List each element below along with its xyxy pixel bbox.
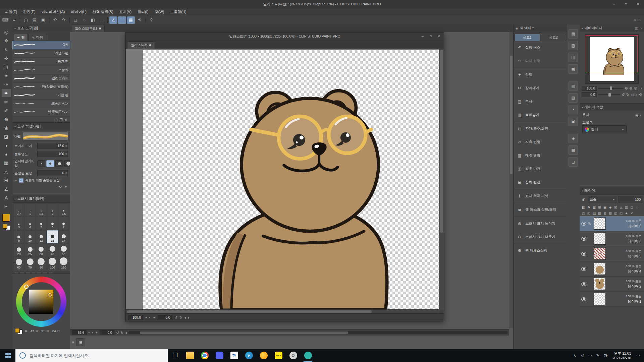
edge-button[interactable]: e <box>241 349 256 362</box>
selection-launcher-icon[interactable]: ⊞ <box>76 338 85 346</box>
material-panel-icon[interactable]: ◫ <box>569 53 578 62</box>
brush-size-cell[interactable]: 10 <box>24 230 35 243</box>
brush-size-cell[interactable]: 15 <box>47 230 58 243</box>
deselect-icon[interactable]: ◻ <box>71 16 79 24</box>
start-button[interactable] <box>0 349 15 362</box>
material-panel-icon[interactable]: ▤ <box>569 29 578 39</box>
help-icon[interactable]: ? <box>147 16 155 24</box>
layer-toolbar-icon[interactable]: ✦ <box>624 210 629 216</box>
rotate-right-icon[interactable]: ↻ <box>121 331 123 335</box>
delete-subtool-icon[interactable]: ✕ <box>65 118 67 122</box>
navigator-rotation-icon[interactable]: ↻ <box>626 93 629 97</box>
layer-name[interactable]: 레이어 4 <box>628 269 641 274</box>
navigator-zoom-value[interactable]: 100.0 <box>582 86 597 91</box>
layer-thumbnail[interactable] <box>594 263 606 275</box>
layer-toolbar-icon[interactable]: ◱ <box>619 210 624 216</box>
undo-icon[interactable]: ↶ <box>51 16 59 24</box>
layer-name[interactable]: 레이어 2 <box>628 284 641 289</box>
layer-toolbar-icon[interactable]: ◫ <box>613 210 618 216</box>
flip-horizontal-item[interactable]: ◫ 좌우 반전 <box>514 162 567 176</box>
menu-item[interactable]: 애니메이션(A) <box>39 9 68 15</box>
figure-tool[interactable]: △ <box>2 167 11 176</box>
delete-item[interactable]: ✦ 삭제 <box>514 68 567 81</box>
snap-grid-icon[interactable]: ▦ <box>127 16 135 24</box>
layer-toolbar-icon[interactable]: ⊞ <box>602 210 607 216</box>
quick-mask-item[interactable]: ◙ 퀵 마스크 실행/해제 <box>514 203 567 217</box>
material-panel-icon[interactable]: ◈ <box>569 134 578 143</box>
blend-mode-dropdown[interactable]: 표준 ▼ <box>588 196 617 203</box>
navigator-rotation-slider[interactable] <box>598 94 620 95</box>
brush-size-cell[interactable]: 70 <box>24 257 35 270</box>
canvas-zoom-value[interactable]: 100.0 <box>128 315 143 320</box>
brush-size-cell[interactable]: 5 <box>36 217 47 230</box>
layer-toolbar-icon[interactable]: ▤ <box>592 210 597 216</box>
brush-size-cell[interactable]: 6 <box>47 217 58 230</box>
flip-vertical-item[interactable]: ⊟ 상하 반전 <box>514 176 567 189</box>
tone-effect-icon[interactable]: ▫ <box>640 113 641 117</box>
discord-button[interactable] <box>212 349 227 362</box>
snap-special-ruler-icon[interactable]: ⌒ <box>118 16 126 24</box>
rotate-right-icon[interactable]: ↻ <box>179 316 182 319</box>
canvas-rotation-value[interactable]: 0.0 <box>158 315 172 320</box>
invert-selection-icon[interactable]: ◧ <box>89 16 97 24</box>
zoom-in-icon[interactable]: ＋ <box>95 330 98 335</box>
toolbar-sep[interactable] <box>145 17 146 23</box>
maximize-button[interactable]: □ <box>620 0 632 8</box>
navigator-zoom-icon[interactable]: ⊖ <box>625 86 628 90</box>
layer-row[interactable]: ✎ 100 % 표준 레이어 1 <box>580 292 644 307</box>
toolbar-sep[interactable] <box>49 17 49 23</box>
color-wheel[interactable] <box>16 277 66 327</box>
brush-size-up-item[interactable]: ⊕ 브러시 크기 높이기 <box>514 217 567 230</box>
background-rotation-value[interactable]: 0.0 <box>100 330 114 335</box>
close-button[interactable]: ✕ <box>632 0 644 8</box>
layer-toolbar-icon[interactable]: ▧ <box>597 210 602 216</box>
opera-button[interactable]: O <box>286 349 301 362</box>
pencil-tool[interactable]: ✏ <box>2 98 11 106</box>
menu-item[interactable]: 편집(E) <box>20 9 39 15</box>
color-history-icon[interactable]: ◷ <box>57 329 60 333</box>
layer-thumbnail[interactable] <box>594 293 606 305</box>
canvas-close-button[interactable]: ✕ <box>435 33 442 39</box>
brush-size-cell[interactable]: 120 <box>58 257 69 270</box>
decoration-tool[interactable]: ❀ <box>2 124 11 132</box>
layer-toolbar-icon[interactable]: ⊠ <box>613 204 618 210</box>
rotate-left-icon[interactable]: ↺ <box>116 331 119 335</box>
canvas-sheet[interactable] <box>143 50 439 310</box>
subtool-item[interactable]: 펜(양끝이 뾰족함) <box>12 83 70 91</box>
pen-input-icon[interactable]: ✎ <box>594 349 602 362</box>
canvas-viewport[interactable] <box>126 49 439 310</box>
redo-item[interactable]: ↷ 다시 실행 <box>514 54 567 68</box>
menu-item[interactable]: 레이어(L) <box>68 9 89 15</box>
brush-size-cell[interactable]: 2 <box>47 203 58 217</box>
scale-rotate-item[interactable]: ◻ 확대/축소/회전 <box>514 122 567 135</box>
subtool-tab[interactable]: ✎ 마커 <box>29 34 46 41</box>
brush-tool[interactable]: ✐ <box>2 106 11 115</box>
free-transform-item[interactable]: ▱ 자유 변형 <box>514 135 567 149</box>
subview-tab-icon[interactable]: ◫ <box>635 26 638 30</box>
layer-toolbar-icon[interactable]: ▦ <box>592 204 597 210</box>
zoom-slider-icon[interactable]: ▪ <box>149 316 151 319</box>
expand-icon[interactable]: ▾ <box>72 340 74 345</box>
menu-item[interactable]: 선택 범위(S) <box>90 9 116 15</box>
brush-size-cell[interactable]: 40 <box>47 244 58 257</box>
blend-tool[interactable]: ◑ <box>2 141 11 149</box>
material-panel-icon[interactable]: ▨ <box>569 41 578 50</box>
subtool-item[interactable]: 効果線用ペン <box>12 108 70 116</box>
material-panel-icon[interactable]: ▧ <box>569 93 578 103</box>
prev-page-icon[interactable]: ◂ <box>184 316 186 319</box>
layer-toolbar-icon[interactable]: ◬ <box>619 204 624 210</box>
layer-row[interactable]: ✎ 100 % 표준 레이어 6 <box>580 216 644 231</box>
navigator-zoom-icon[interactable]: ▭ <box>639 86 642 90</box>
brush-size-cell[interactable]: 1.5 <box>36 203 47 217</box>
main-sub-color-chips[interactable] <box>3 224 10 229</box>
toolbar-sep[interactable] <box>107 17 108 23</box>
gradation-tool[interactable]: ▦ <box>2 159 11 167</box>
canvas-vertical-scrollbar[interactable] <box>439 49 444 310</box>
subtool-item[interactable]: 거친 펜 <box>12 91 70 100</box>
material-panel-icon[interactable]: ▥ <box>569 81 578 91</box>
antialias-middle-button[interactable] <box>55 160 63 167</box>
reselect-icon[interactable]: ◌ <box>80 16 88 24</box>
main-color-chip[interactable] <box>3 224 7 229</box>
layer-row[interactable]: ✎ 100 % 표준 레이어 3 <box>580 231 644 246</box>
antialias-weak-button[interactable] <box>46 160 54 167</box>
